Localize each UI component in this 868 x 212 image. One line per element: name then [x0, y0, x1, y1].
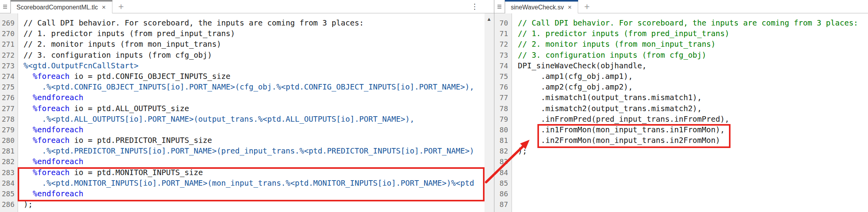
line-number: 285 — [0, 188, 14, 199]
line-number: 75 — [494, 71, 508, 82]
line-number-gutter: 2692702712722732742752762772782792802812… — [0, 13, 18, 212]
code-area[interactable]: // Call DPI behavior. For scoreboard, th… — [518, 13, 868, 212]
code-line[interactable]: .mismatch2(output_trans.mismatch2), — [518, 103, 868, 114]
line-number: 77 — [494, 92, 508, 103]
line-number: 71 — [494, 28, 508, 39]
file-list-handle[interactable] — [0, 0, 11, 13]
line-number: 72 — [494, 39, 508, 49]
line-number: 79 — [494, 114, 508, 124]
code-line[interactable]: .mismatch1(output_trans.mismatch1), — [518, 92, 868, 103]
tab-title: ScoreboardComponentML.tlc — [16, 4, 98, 11]
code-line[interactable]: // 2. monitor inputs (from mon_input_tra… — [24, 39, 484, 49]
code-line[interactable]: // 1. predictor inputs (from pred_input_… — [518, 28, 868, 39]
tab-bar: sineWaveCheck.sv × + — [494, 0, 868, 13]
code-line[interactable]: .amp1(cfg_obj.amp1), — [518, 71, 868, 82]
line-number: 82 — [494, 146, 508, 156]
tab-scoreboardcomponentml-tlc[interactable]: ScoreboardComponentML.tlc × — [11, 0, 112, 13]
tab-title: sineWaveCheck.sv — [511, 4, 564, 11]
close-icon[interactable]: × — [568, 4, 571, 11]
hamburger-icon — [497, 5, 501, 9]
new-tab-button[interactable]: + — [578, 0, 595, 13]
line-number: 87 — [494, 199, 508, 210]
line-number: 70 — [494, 18, 508, 28]
line-number: 269 — [0, 18, 14, 28]
line-number: 286 — [0, 199, 14, 210]
line-number: 83 — [494, 156, 508, 167]
code-line[interactable]: %foreach io = ptd.PREDICTOR_INPUTS_size — [24, 135, 484, 146]
code-line[interactable]: // 3. configuration inputs (from cfg_obj… — [518, 50, 868, 60]
scroll-up-arrow-icon[interactable]: ▲ — [485, 16, 494, 22]
line-number: 283 — [0, 167, 14, 178]
code-line[interactable]: .%<ptd.CONFIG_OBJECT_INPUTS[io].PORT_NAM… — [24, 82, 484, 92]
code-line[interactable]: // 2. monitor inputs (from mon_input_tra… — [518, 39, 868, 49]
code-line[interactable]: // 3. configuration inputs (from cfg_obj… — [24, 50, 484, 60]
line-number: 282 — [0, 156, 14, 167]
code-line[interactable]: %endforeach — [24, 92, 484, 103]
line-number-gutter: 707172737475767778798081828384858687 — [494, 13, 512, 212]
line-number: 270 — [0, 28, 14, 39]
line-number: 85 — [494, 178, 508, 188]
code-line[interactable] — [518, 178, 868, 188]
code-line[interactable]: DPI_sineWaveCheck(objhandle, — [518, 60, 868, 71]
code-line[interactable]: .%<ptd.PREDICTOR_INPUTS[io].PORT_NAME>(p… — [24, 146, 484, 156]
hamburger-icon — [3, 5, 7, 9]
line-number: 272 — [0, 50, 14, 60]
close-icon[interactable]: × — [102, 4, 106, 11]
code-line[interactable]: %endforeach — [24, 156, 484, 167]
line-number: 73 — [494, 50, 508, 60]
code-line[interactable]: .amp2(cfg_obj.amp2), — [518, 82, 868, 92]
code-line[interactable]: %foreach io = ptd.ALL_OUTPUTS_size — [24, 103, 484, 114]
code-line[interactable] — [518, 167, 868, 178]
vertical-scrollbar[interactable]: ▲ — [485, 13, 494, 212]
line-number: 280 — [0, 135, 14, 146]
tab-bar: ScoreboardComponentML.tlc × + ⋮ — [0, 0, 494, 13]
line-number: 284 — [0, 178, 14, 188]
kebab-menu-icon[interactable]: ⋮ — [470, 0, 480, 13]
code-line[interactable]: // Call DPI behavior. For scoreboard, th… — [518, 18, 868, 28]
line-number: 86 — [494, 188, 508, 199]
line-number: 81 — [494, 135, 508, 146]
editor-split-view: ScoreboardComponentML.tlc × + ⋮ 26927027… — [0, 0, 868, 212]
line-number: 275 — [0, 82, 14, 92]
editor-pane-sv: sineWaveCheck.sv × + 7071727374757677787… — [494, 0, 868, 212]
code-line[interactable] — [518, 156, 868, 167]
code-line[interactable] — [518, 199, 868, 210]
tab-sinewavecheck-sv[interactable]: sineWaveCheck.sv × — [505, 0, 578, 13]
code-line[interactable]: // 1. predictor inputs (from pred_input_… — [24, 28, 484, 39]
code-line[interactable]: %foreach io = ptd.CONFIG_OBJECT_INPUTS_s… — [24, 71, 484, 82]
code-line[interactable] — [518, 188, 868, 199]
highlight-box-monitor-foreach — [18, 167, 485, 201]
line-number: 279 — [0, 124, 14, 135]
line-number: 80 — [494, 124, 508, 135]
line-number: 84 — [494, 167, 508, 178]
highlight-box-monitor-args — [537, 124, 731, 148]
code-line[interactable]: // Call DPI behavior. For scoreboard, th… — [24, 18, 484, 28]
code-line[interactable]: %endforeach — [24, 124, 484, 135]
line-number: 78 — [494, 103, 508, 114]
active-tab-accent — [11, 0, 112, 2]
code-line[interactable]: .%<ptd.ALL_OUTPUTS[io].PORT_NAME>(output… — [24, 114, 484, 124]
active-tab-accent — [505, 0, 578, 2]
line-number: 74 — [494, 60, 508, 71]
line-number: 276 — [0, 92, 14, 103]
code-line[interactable]: %<gtd.OutputFcnCallStart> — [24, 60, 484, 71]
new-tab-button[interactable]: + — [112, 0, 130, 13]
line-number: 273 — [0, 60, 14, 71]
line-number: 274 — [0, 71, 14, 82]
line-number: 76 — [494, 82, 508, 92]
line-number: 278 — [0, 114, 14, 124]
line-number: 271 — [0, 39, 14, 49]
code-line[interactable]: .inFromPred(pred_input_trans.inFromPred)… — [518, 114, 868, 124]
line-number: 281 — [0, 146, 14, 156]
line-number: 277 — [0, 103, 14, 114]
file-list-handle[interactable] — [494, 0, 505, 13]
